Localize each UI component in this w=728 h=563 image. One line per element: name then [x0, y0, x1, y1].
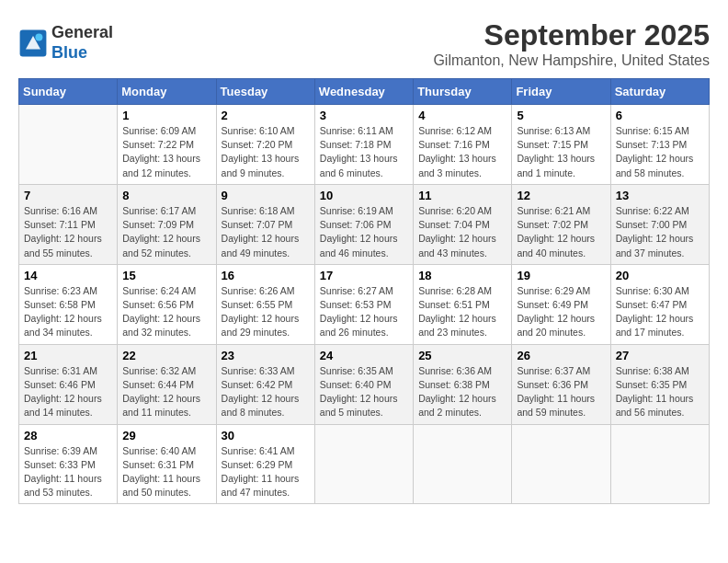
- day-cell: [512, 424, 610, 504]
- col-header-monday: Monday: [118, 79, 216, 105]
- day-cell: 20Sunrise: 6:30 AMSunset: 6:47 PMDayligh…: [610, 264, 709, 344]
- logo-text: General Blue: [51, 23, 113, 63]
- col-header-saturday: Saturday: [610, 79, 709, 105]
- day-number: 16: [222, 269, 310, 282]
- day-cell: 28Sunrise: 6:39 AMSunset: 6:33 PMDayligh…: [19, 424, 118, 504]
- day-cell: 19Sunrise: 6:29 AMSunset: 6:49 PMDayligh…: [512, 264, 610, 344]
- title-block: September 2025 Gilmanton, New Hampshire,…: [433, 18, 710, 69]
- day-info: Sunrise: 6:11 AMSunset: 7:18 PMDaylight:…: [320, 124, 408, 180]
- day-cell: 3Sunrise: 6:11 AMSunset: 7:18 PMDaylight…: [314, 105, 413, 185]
- day-info: Sunrise: 6:15 AMSunset: 7:13 PMDaylight:…: [616, 124, 704, 180]
- day-info: Sunrise: 6:32 AMSunset: 6:44 PMDaylight:…: [122, 364, 210, 420]
- day-info: Sunrise: 6:12 AMSunset: 7:16 PMDaylight:…: [418, 124, 506, 180]
- day-info: Sunrise: 6:18 AMSunset: 7:07 PMDaylight:…: [222, 204, 310, 260]
- day-info: Sunrise: 6:38 AMSunset: 6:35 PMDaylight:…: [616, 364, 704, 420]
- day-cell: 7Sunrise: 6:16 AMSunset: 7:11 PMDaylight…: [19, 184, 118, 264]
- day-number: 26: [517, 349, 605, 362]
- day-number: 22: [122, 349, 210, 362]
- day-number: 18: [418, 269, 506, 282]
- day-cell: 18Sunrise: 6:28 AMSunset: 6:51 PMDayligh…: [414, 264, 512, 344]
- day-cell: 30Sunrise: 6:41 AMSunset: 6:29 PMDayligh…: [216, 424, 314, 504]
- day-cell: 23Sunrise: 6:33 AMSunset: 6:42 PMDayligh…: [216, 344, 314, 424]
- page-header: General Blue September 2025 Gilmanton, N…: [18, 18, 710, 69]
- day-info: Sunrise: 6:40 AMSunset: 6:31 PMDaylight:…: [122, 444, 210, 500]
- day-cell: 22Sunrise: 6:32 AMSunset: 6:44 PMDayligh…: [118, 344, 216, 424]
- day-info: Sunrise: 6:30 AMSunset: 6:47 PMDaylight:…: [616, 284, 704, 340]
- day-info: Sunrise: 6:17 AMSunset: 7:09 PMDaylight:…: [122, 204, 210, 260]
- day-number: 24: [320, 349, 408, 362]
- logo-icon: [18, 29, 48, 58]
- day-info: Sunrise: 6:27 AMSunset: 6:53 PMDaylight:…: [320, 284, 408, 340]
- week-row-5: 28Sunrise: 6:39 AMSunset: 6:33 PMDayligh…: [19, 424, 710, 504]
- day-cell: 25Sunrise: 6:36 AMSunset: 6:38 PMDayligh…: [414, 344, 512, 424]
- day-cell: 16Sunrise: 6:26 AMSunset: 6:55 PMDayligh…: [216, 264, 314, 344]
- location-title: Gilmanton, New Hampshire, United States: [433, 52, 710, 69]
- day-info: Sunrise: 6:10 AMSunset: 7:20 PMDaylight:…: [222, 124, 310, 180]
- day-number: 19: [517, 269, 605, 282]
- day-cell: 29Sunrise: 6:40 AMSunset: 6:31 PMDayligh…: [118, 424, 216, 504]
- day-cell: 24Sunrise: 6:35 AMSunset: 6:40 PMDayligh…: [314, 344, 413, 424]
- week-row-2: 7Sunrise: 6:16 AMSunset: 7:11 PMDaylight…: [19, 184, 710, 264]
- day-info: Sunrise: 6:39 AMSunset: 6:33 PMDaylight:…: [24, 444, 112, 500]
- week-row-3: 14Sunrise: 6:23 AMSunset: 6:58 PMDayligh…: [19, 264, 710, 344]
- day-info: Sunrise: 6:31 AMSunset: 6:46 PMDaylight:…: [24, 364, 112, 420]
- day-number: 8: [122, 189, 210, 202]
- day-cell: 11Sunrise: 6:20 AMSunset: 7:04 PMDayligh…: [414, 184, 512, 264]
- logo: General Blue: [18, 23, 113, 63]
- day-number: 27: [616, 349, 704, 362]
- day-cell: 10Sunrise: 6:19 AMSunset: 7:06 PMDayligh…: [314, 184, 413, 264]
- day-number: 29: [122, 429, 210, 442]
- day-cell: 12Sunrise: 6:21 AMSunset: 7:02 PMDayligh…: [512, 184, 610, 264]
- day-number: 11: [418, 189, 506, 202]
- day-number: 3: [320, 109, 408, 122]
- day-info: Sunrise: 6:33 AMSunset: 6:42 PMDaylight:…: [222, 364, 310, 420]
- day-info: Sunrise: 6:29 AMSunset: 6:49 PMDaylight:…: [517, 284, 605, 340]
- svg-point-2: [35, 33, 42, 40]
- day-info: Sunrise: 6:41 AMSunset: 6:29 PMDaylight:…: [222, 444, 310, 500]
- day-number: 20: [616, 269, 704, 282]
- day-cell: [610, 424, 709, 504]
- day-cell: [314, 424, 413, 504]
- day-cell: 5Sunrise: 6:13 AMSunset: 7:15 PMDaylight…: [512, 105, 610, 185]
- day-number: 23: [222, 349, 310, 362]
- day-number: 17: [320, 269, 408, 282]
- day-cell: 6Sunrise: 6:15 AMSunset: 7:13 PMDaylight…: [610, 105, 709, 185]
- day-info: Sunrise: 6:26 AMSunset: 6:55 PMDaylight:…: [222, 284, 310, 340]
- day-number: 6: [616, 109, 704, 122]
- day-cell: [414, 424, 512, 504]
- day-number: 5: [517, 109, 605, 122]
- day-cell: 13Sunrise: 6:22 AMSunset: 7:00 PMDayligh…: [610, 184, 709, 264]
- day-info: Sunrise: 6:28 AMSunset: 6:51 PMDaylight:…: [418, 284, 506, 340]
- day-cell: 14Sunrise: 6:23 AMSunset: 6:58 PMDayligh…: [19, 264, 118, 344]
- day-info: Sunrise: 6:36 AMSunset: 6:38 PMDaylight:…: [418, 364, 506, 420]
- day-number: 15: [122, 269, 210, 282]
- day-number: 13: [616, 189, 704, 202]
- day-info: Sunrise: 6:35 AMSunset: 6:40 PMDaylight:…: [320, 364, 408, 420]
- day-number: 1: [122, 109, 210, 122]
- day-info: Sunrise: 6:37 AMSunset: 6:36 PMDaylight:…: [517, 364, 605, 420]
- day-cell: 4Sunrise: 6:12 AMSunset: 7:16 PMDaylight…: [414, 105, 512, 185]
- col-header-sunday: Sunday: [19, 79, 118, 105]
- day-number: 10: [320, 189, 408, 202]
- day-number: 25: [418, 349, 506, 362]
- day-number: 21: [24, 349, 112, 362]
- col-header-wednesday: Wednesday: [314, 79, 413, 105]
- day-info: Sunrise: 6:09 AMSunset: 7:22 PMDaylight:…: [122, 124, 210, 180]
- day-cell: 17Sunrise: 6:27 AMSunset: 6:53 PMDayligh…: [314, 264, 413, 344]
- day-number: 28: [24, 429, 112, 442]
- day-number: 4: [418, 109, 506, 122]
- month-title: September 2025: [433, 18, 710, 52]
- day-info: Sunrise: 6:19 AMSunset: 7:06 PMDaylight:…: [320, 204, 408, 260]
- calendar-header-row: SundayMondayTuesdayWednesdayThursdayFrid…: [19, 79, 710, 105]
- col-header-thursday: Thursday: [414, 79, 512, 105]
- day-number: 7: [24, 189, 112, 202]
- week-row-1: 1Sunrise: 6:09 AMSunset: 7:22 PMDaylight…: [19, 105, 710, 185]
- day-cell: 26Sunrise: 6:37 AMSunset: 6:36 PMDayligh…: [512, 344, 610, 424]
- day-info: Sunrise: 6:13 AMSunset: 7:15 PMDaylight:…: [517, 124, 605, 180]
- col-header-friday: Friday: [512, 79, 610, 105]
- day-number: 9: [222, 189, 310, 202]
- day-info: Sunrise: 6:16 AMSunset: 7:11 PMDaylight:…: [24, 204, 112, 260]
- day-cell: 27Sunrise: 6:38 AMSunset: 6:35 PMDayligh…: [610, 344, 709, 424]
- day-cell: 8Sunrise: 6:17 AMSunset: 7:09 PMDaylight…: [118, 184, 216, 264]
- day-cell: [19, 105, 118, 185]
